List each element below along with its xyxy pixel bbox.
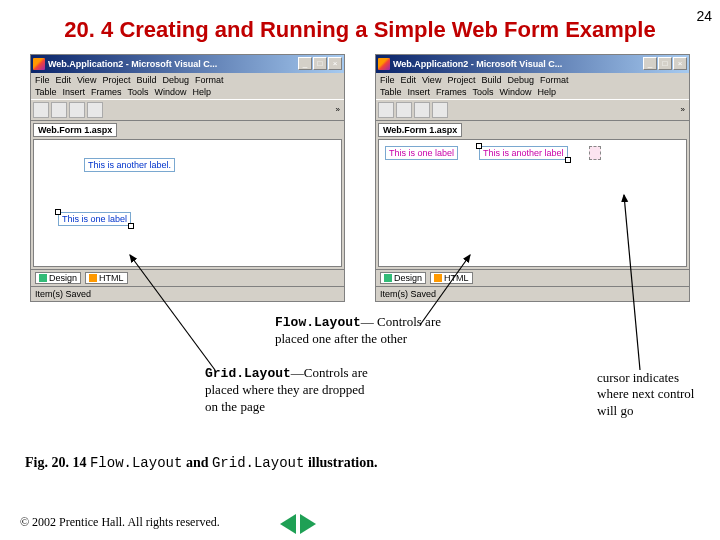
menu-project[interactable]: Project: [102, 75, 130, 85]
menu-table[interactable]: Table: [35, 87, 57, 97]
toolbar-button[interactable]: [432, 102, 448, 118]
vs-window-gridlayout: Web.Application2 - Microsoft Visual C...…: [30, 54, 345, 302]
menu-debug[interactable]: Debug: [507, 75, 534, 85]
menu-edit[interactable]: Edit: [401, 75, 417, 85]
minimize-button[interactable]: _: [643, 57, 657, 70]
prev-slide-icon[interactable]: [280, 514, 296, 534]
close-button[interactable]: ×: [673, 57, 687, 70]
menu-table[interactable]: Table: [380, 87, 402, 97]
close-button[interactable]: ×: [328, 57, 342, 70]
menu-view[interactable]: View: [422, 75, 441, 85]
toolbar-button[interactable]: [87, 102, 103, 118]
copyright: © 2002 Prentice Hall. All rights reserve…: [20, 515, 220, 530]
menu-insert[interactable]: Insert: [63, 87, 86, 97]
titlebar: Web.Application2 - Microsoft Visual C...…: [376, 55, 689, 73]
document-tab[interactable]: Web.Form 1.aspx: [378, 123, 462, 137]
titlebar: Web.Application2 - Microsoft Visual C...…: [31, 55, 344, 73]
label-control-one-selected[interactable]: This is one label: [58, 212, 131, 226]
window-title: Web.Application2 - Microsoft Visual C...: [393, 59, 640, 69]
status-bar: Item(s) Saved: [31, 286, 344, 301]
menubar-row1: File Edit View Project Build Debug Forma…: [31, 73, 344, 87]
html-icon: [89, 274, 97, 282]
toolbar: »: [31, 99, 344, 121]
toolbar: »: [376, 99, 689, 121]
design-icon: [39, 274, 47, 282]
vs-window-flowlayout: Web.Application2 - Microsoft Visual C...…: [375, 54, 690, 302]
toolbar-button[interactable]: [396, 102, 412, 118]
menu-format[interactable]: Format: [540, 75, 569, 85]
menubar-row1: File Edit View Project Build Debug Forma…: [376, 73, 689, 87]
label-control-another[interactable]: This is another label.: [84, 158, 175, 172]
annotation-cursor: cursor indicates where next control will…: [597, 370, 712, 419]
menubar-row2: Table Insert Frames Tools Window Help: [31, 87, 344, 99]
view-tabs: Design HTML: [376, 269, 689, 286]
tab-design[interactable]: Design: [35, 272, 81, 284]
label-control-another-selected[interactable]: This is another label: [479, 146, 568, 160]
vs-icon: [33, 58, 45, 70]
design-surface-flow[interactable]: This is one label This is another label: [378, 139, 687, 267]
menu-format[interactable]: Format: [195, 75, 224, 85]
menu-window[interactable]: Window: [155, 87, 187, 97]
design-icon: [384, 274, 392, 282]
tab-html[interactable]: HTML: [430, 272, 473, 284]
menu-project[interactable]: Project: [447, 75, 475, 85]
next-slide-icon[interactable]: [300, 514, 316, 534]
page-title: 20. 4 Creating and Running a Simple Web …: [0, 0, 720, 54]
annotation-flowlayout: Flow.Layout— Controls are placed one aft…: [275, 314, 445, 348]
menu-insert[interactable]: Insert: [408, 87, 431, 97]
annotation-gridlayout: Grid.Layout—Controls are placed where th…: [205, 365, 370, 415]
insertion-cursor: [589, 146, 601, 160]
menu-file[interactable]: File: [35, 75, 50, 85]
design-surface-grid[interactable]: This is another label. This is one label: [33, 139, 342, 267]
menu-tools[interactable]: Tools: [473, 87, 494, 97]
maximize-button[interactable]: □: [313, 57, 327, 70]
toolbar-button[interactable]: [414, 102, 430, 118]
html-icon: [434, 274, 442, 282]
menu-help[interactable]: Help: [538, 87, 557, 97]
document-tab[interactable]: Web.Form 1.aspx: [33, 123, 117, 137]
figure-caption: Fig. 20. 14 Flow.Layout and Grid.Layout …: [25, 455, 378, 471]
toolbar-button[interactable]: [33, 102, 49, 118]
tab-design[interactable]: Design: [380, 272, 426, 284]
maximize-button[interactable]: □: [658, 57, 672, 70]
menu-window[interactable]: Window: [500, 87, 532, 97]
page-number: 24: [696, 8, 712, 24]
menubar-row2: Table Insert Frames Tools Window Help: [376, 87, 689, 99]
menu-file[interactable]: File: [380, 75, 395, 85]
menu-build[interactable]: Build: [136, 75, 156, 85]
toolbar-button[interactable]: [51, 102, 67, 118]
window-title: Web.Application2 - Microsoft Visual C...: [48, 59, 295, 69]
vs-icon: [378, 58, 390, 70]
toolbar-chevron-icon[interactable]: »: [336, 105, 342, 114]
toolbar-chevron-icon[interactable]: »: [681, 105, 687, 114]
menu-debug[interactable]: Debug: [162, 75, 189, 85]
screenshot-pair: Web.Application2 - Microsoft Visual C...…: [0, 54, 720, 302]
toolbar-button[interactable]: [69, 102, 85, 118]
view-tabs: Design HTML: [31, 269, 344, 286]
minimize-button[interactable]: _: [298, 57, 312, 70]
menu-frames[interactable]: Frames: [91, 87, 122, 97]
tab-html[interactable]: HTML: [85, 272, 128, 284]
status-bar: Item(s) Saved: [376, 286, 689, 301]
menu-build[interactable]: Build: [481, 75, 501, 85]
label-control-one[interactable]: This is one label: [385, 146, 458, 160]
menu-edit[interactable]: Edit: [56, 75, 72, 85]
nav-triangles: [280, 514, 316, 534]
toolbar-button[interactable]: [378, 102, 394, 118]
menu-help[interactable]: Help: [193, 87, 212, 97]
menu-view[interactable]: View: [77, 75, 96, 85]
menu-tools[interactable]: Tools: [128, 87, 149, 97]
menu-frames[interactable]: Frames: [436, 87, 467, 97]
